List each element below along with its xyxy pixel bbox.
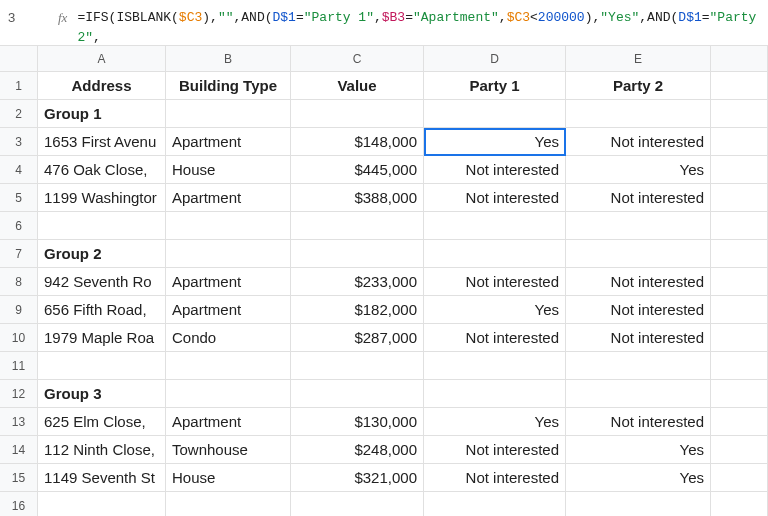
cell-value[interactable]: $321,000 [291, 464, 424, 492]
row-header[interactable]: 4 [0, 156, 38, 184]
cell-empty[interactable] [291, 100, 424, 128]
cell-building-type[interactable]: Apartment [166, 184, 291, 212]
cell-empty[interactable] [566, 492, 711, 516]
cell-party-2[interactable]: Not interested [566, 128, 711, 156]
cell-empty[interactable] [166, 352, 291, 380]
cell-empty[interactable] [424, 380, 566, 408]
cell-empty[interactable] [38, 352, 166, 380]
cell-party-2[interactable]: Not interested [566, 296, 711, 324]
cell-address[interactable]: 1979 Maple Roa [38, 324, 166, 352]
cell-empty[interactable] [166, 492, 291, 516]
column-header[interactable]: A [38, 46, 166, 72]
cell-empty[interactable] [424, 100, 566, 128]
cell-empty[interactable] [711, 100, 768, 128]
column-header[interactable] [711, 46, 768, 72]
cell-party-1[interactable]: Not interested [424, 436, 566, 464]
cell-empty[interactable] [38, 212, 166, 240]
cell-value[interactable]: $388,000 [291, 184, 424, 212]
cell-empty[interactable] [711, 408, 768, 436]
cell-empty[interactable] [711, 324, 768, 352]
cell-address[interactable]: 1653 First Avenu [38, 128, 166, 156]
column-header[interactable]: C [291, 46, 424, 72]
cell-party-2[interactable]: Yes [566, 436, 711, 464]
cell-empty[interactable] [711, 436, 768, 464]
header-party-2[interactable]: Party 2 [566, 72, 711, 100]
cell-building-type[interactable]: Condo [166, 324, 291, 352]
column-header[interactable]: E [566, 46, 711, 72]
spreadsheet-grid[interactable]: ABCDE1AddressBuilding TypeValueParty 1Pa… [0, 46, 768, 516]
row-header[interactable]: 1 [0, 72, 38, 100]
row-header[interactable]: 15 [0, 464, 38, 492]
select-all-corner[interactable] [0, 46, 38, 72]
cell-party-2[interactable]: Not interested [566, 268, 711, 296]
cell-empty[interactable] [166, 100, 291, 128]
cell-party-1[interactable]: Yes [424, 408, 566, 436]
cell-building-type[interactable]: House [166, 464, 291, 492]
cell-empty[interactable] [424, 240, 566, 268]
row-header[interactable]: 6 [0, 212, 38, 240]
row-header[interactable]: 16 [0, 492, 38, 516]
column-header[interactable]: B [166, 46, 291, 72]
cell-empty[interactable] [166, 240, 291, 268]
cell-building-type[interactable]: Apartment [166, 296, 291, 324]
cell-value[interactable]: $233,000 [291, 268, 424, 296]
header-party-1[interactable]: Party 1 [424, 72, 566, 100]
cell-empty[interactable] [291, 380, 424, 408]
row-header[interactable]: 13 [0, 408, 38, 436]
cell-party-1[interactable]: Not interested [424, 184, 566, 212]
cell-value[interactable]: $248,000 [291, 436, 424, 464]
group-label[interactable]: Group 3 [38, 380, 166, 408]
cell-party-2[interactable]: Not interested [566, 408, 711, 436]
cell-value[interactable]: $182,000 [291, 296, 424, 324]
cell-empty[interactable] [424, 492, 566, 516]
cell-value[interactable]: $130,000 [291, 408, 424, 436]
cell-empty[interactable] [711, 156, 768, 184]
cell-building-type[interactable]: Apartment [166, 408, 291, 436]
cell-empty[interactable] [711, 268, 768, 296]
cell-empty[interactable] [566, 240, 711, 268]
cell-empty[interactable] [291, 212, 424, 240]
cell-empty[interactable] [424, 352, 566, 380]
cell-empty[interactable] [166, 212, 291, 240]
cell-party-2[interactable]: Not interested [566, 184, 711, 212]
cell-address[interactable]: 1149 Seventh St [38, 464, 166, 492]
cell-value[interactable]: $445,000 [291, 156, 424, 184]
row-header[interactable]: 11 [0, 352, 38, 380]
cell-empty[interactable] [566, 100, 711, 128]
cell-address[interactable]: 942 Seventh Ro [38, 268, 166, 296]
cell-empty[interactable] [291, 240, 424, 268]
cell-empty[interactable] [291, 352, 424, 380]
cell-address[interactable]: 625 Elm Close, [38, 408, 166, 436]
cell-address[interactable]: 476 Oak Close, [38, 156, 166, 184]
header-building-type[interactable]: Building Type [166, 72, 291, 100]
cell-empty[interactable] [566, 352, 711, 380]
header-address[interactable]: Address [38, 72, 166, 100]
cell-party-1[interactable]: Yes [424, 296, 566, 324]
cell-empty[interactable] [566, 380, 711, 408]
cell-address[interactable]: 1199 Washingtor [38, 184, 166, 212]
cell-empty[interactable] [291, 492, 424, 516]
cell-empty[interactable] [711, 464, 768, 492]
cell-party-1[interactable]: Not interested [424, 156, 566, 184]
cell-building-type[interactable]: Townhouse [166, 436, 291, 464]
column-header[interactable]: D [424, 46, 566, 72]
row-header[interactable]: 10 [0, 324, 38, 352]
cell-empty[interactable] [711, 72, 768, 100]
cell-empty[interactable] [711, 212, 768, 240]
row-header[interactable]: 8 [0, 268, 38, 296]
cell-empty[interactable] [711, 380, 768, 408]
cell-empty[interactable] [424, 212, 566, 240]
cell-empty[interactable] [711, 352, 768, 380]
cell-empty[interactable] [566, 212, 711, 240]
cell-empty[interactable] [38, 492, 166, 516]
group-label[interactable]: Group 1 [38, 100, 166, 128]
cell-empty[interactable] [166, 380, 291, 408]
cell-address[interactable]: 656 Fifth Road, [38, 296, 166, 324]
row-header[interactable]: 14 [0, 436, 38, 464]
cell-value[interactable]: $148,000 [291, 128, 424, 156]
row-header[interactable]: 9 [0, 296, 38, 324]
name-box[interactable]: 3 [0, 6, 48, 29]
cell-party-2[interactable]: Yes [566, 464, 711, 492]
row-header[interactable]: 7 [0, 240, 38, 268]
cell-building-type[interactable]: Apartment [166, 128, 291, 156]
